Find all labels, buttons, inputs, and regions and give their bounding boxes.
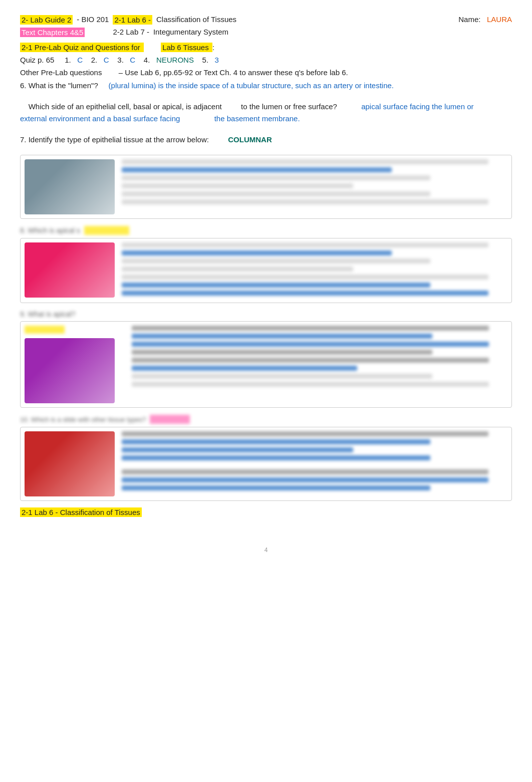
pre-lab-highlight: 2-1 Pre-Lab Quiz and Questions for	[20, 43, 144, 52]
footer-label-text: 2-1 Lab 6 - Classification of Tissues	[22, 508, 140, 516]
tissue-text-4	[122, 431, 507, 496]
tissue-label-text-2: 9. What is apical?	[20, 310, 76, 318]
apical-line2: external environment and a basal surface…	[20, 113, 512, 125]
tissue-text-1	[122, 159, 507, 214]
apical-answer1: apical surface facing the lumen or	[361, 102, 473, 111]
tissue-image-1	[25, 159, 115, 214]
q6-text: 6. What is the "lumen"?	[20, 81, 98, 90]
tissue-text-2	[122, 242, 507, 299]
quiz-line: Quiz p. 65 1. C 2. C 3. C 4. NEURONS 5. …	[20, 56, 512, 64]
apical-answer3: the basement membrane.	[214, 114, 300, 123]
page-number: 4	[264, 547, 268, 554]
q7-text: 7. Identify the type of epithelial tissu…	[20, 135, 209, 144]
q3-answer: C	[130, 56, 135, 64]
q4-prefix: 4.	[144, 56, 150, 64]
q2-prefix: 2.	[91, 56, 98, 64]
lab6-tissues-text: Lab 6 Tissues	[162, 43, 209, 52]
other-pre-lab-line: Other Pre-Lab questions – Use Lab 6, pp.…	[20, 68, 512, 77]
lab7: 2-2 Lab 7 -	[113, 28, 149, 36]
pre-lab-title: 2-1 Pre-Lab Quiz and Questions for Lab 6…	[20, 43, 512, 52]
tissue-label-highlight-1	[84, 226, 129, 235]
tissue-section-label-3: 10. Which is a slide with other tissue t…	[20, 415, 512, 424]
tissue-row-4	[20, 427, 512, 501]
q1-answer: C	[77, 56, 83, 64]
tissue-section-label-2: 9. What is apical?	[20, 310, 512, 318]
tissue-row-3	[20, 321, 512, 408]
text-chapters-highlight: Text Chapters 4&5	[20, 28, 85, 37]
q7-text-line: 7. Identify the type of epithelial tissu…	[20, 134, 512, 146]
tissue-label-text-3: 10. Which is a slide with other tissue t…	[20, 416, 146, 423]
tissue-row-1	[20, 155, 512, 219]
q7-answer: COLUMNAR	[228, 135, 272, 144]
apical-answer2: external environment and a basal surface…	[20, 114, 180, 123]
apical-line1: Which side of an epithelial cell, basal …	[20, 101, 512, 113]
question-7-block: 7. Identify the type of epithelial tissu…	[20, 134, 512, 146]
footer-highlight: 2-1 Lab 6 - Classification of Tissues	[20, 507, 142, 517]
q3-prefix: 3.	[117, 56, 124, 64]
lab7-title: Integumentary System	[153, 28, 228, 36]
name-value: LAURA	[487, 15, 512, 24]
text-chapters-text: Text Chapters 4&5	[22, 28, 83, 37]
q6-answer: (plural lumina) is the inside space of a…	[109, 81, 394, 90]
quiz-prefix: Quiz p. 65	[20, 56, 54, 64]
other-pre-lab-dash: – Use Lab 6, pp.65-92 or Text Ch. 4 to a…	[119, 68, 348, 77]
other-pre-lab-label: Other Pre-Lab questions	[20, 68, 102, 77]
pre-lab-title-part1: 2-1 Pre-Lab Quiz and Questions for	[22, 43, 140, 52]
tissue-label-highlight-2	[150, 415, 190, 424]
name-prefix: Name:	[458, 15, 480, 24]
header-row2: Text Chapters 4&5 2-2 Lab 7 - Integument…	[20, 28, 512, 37]
q4-answer: NEURONS	[156, 56, 194, 64]
tissue-image-2	[25, 242, 115, 298]
footer-label-area: 2-1 Lab 6 - Classification of Tissues	[20, 508, 512, 516]
lab6-title: Classification of Tissues	[156, 15, 236, 24]
tissue-image-4	[25, 431, 115, 496]
tissue-label-text-1: 8. Which is apical s	[20, 226, 80, 234]
tissue-image-3	[25, 338, 115, 403]
pre-lab-colon: :	[212, 43, 214, 52]
name-label: Name: LAURA	[458, 15, 512, 24]
q2-answer: C	[104, 56, 109, 64]
q1-prefix: 1.	[65, 56, 71, 64]
lab-guide-highlight: 2- Lab Guide 2	[20, 15, 73, 25]
tissue-row-2	[20, 238, 512, 303]
apical-text1: Which side of an epithelial cell, basal …	[29, 102, 222, 111]
tissue-text-3	[132, 326, 507, 403]
lab-guide-text: 2- Lab Guide 2	[22, 16, 71, 24]
lab6-tissues-highlight: Lab 6 Tissues	[161, 43, 212, 52]
question-apical-block: Which side of an epithelial cell, basal …	[20, 101, 512, 125]
bio-text: - BIO 201	[77, 15, 109, 24]
apical-text2: to the lumen or free surface?	[241, 102, 337, 111]
header-row: 2- Lab Guide 2 - BIO 201 2-1 Lab 6 - Cla…	[20, 15, 512, 25]
question-6-block: 6. What is the "lumen"? (plural lumina) …	[20, 80, 512, 92]
tissue-label-3	[25, 326, 125, 335]
lab6-highlight: 2-1 Lab 6 -	[113, 15, 152, 25]
page-footer: 4	[20, 547, 512, 554]
q5-prefix: 5.	[202, 56, 209, 64]
lab6-prefix: 2-1 Lab 6 -	[114, 16, 151, 24]
tissue-section-label-1: 8. Which is apical s	[20, 226, 512, 235]
q5-answer: 3	[215, 56, 219, 64]
